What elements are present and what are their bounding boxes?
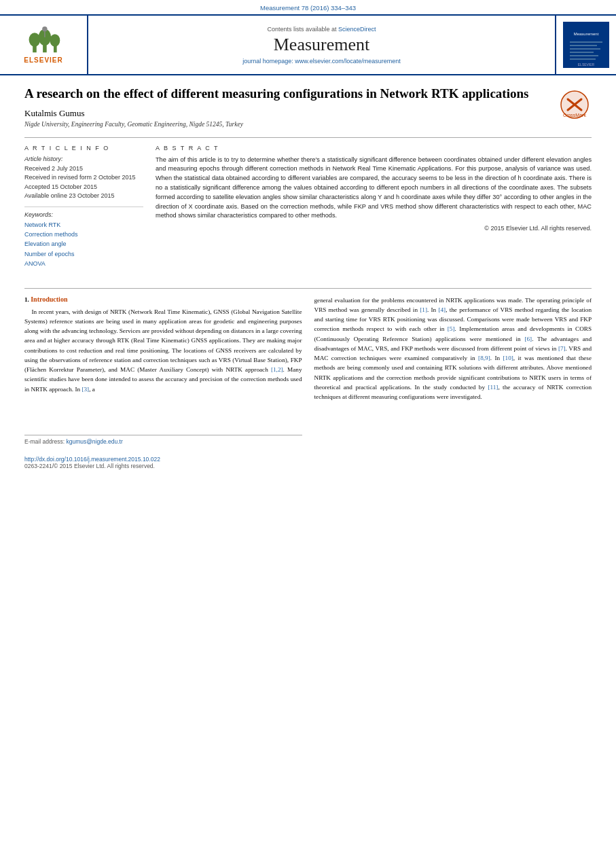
keywords-label: Keywords: bbox=[24, 211, 143, 218]
article-title-row: A research on the effect of different me… bbox=[24, 85, 592, 103]
intro-left-paragraph: In recent years, with design of NRTK (Ne… bbox=[24, 307, 302, 394]
article-info-col: A R T I C L E I N F O Article history: R… bbox=[24, 145, 143, 269]
article-area: A research on the effect of different me… bbox=[0, 75, 616, 279]
svg-point-1 bbox=[29, 33, 40, 47]
abstract-text: The aim of this article is to try to det… bbox=[156, 156, 592, 221]
measurement-mini-logo: Measurement ELSEVIER bbox=[563, 22, 609, 68]
sciencedirect-link[interactable]: ScienceDirect bbox=[338, 26, 376, 33]
affiliation: Nigde University, Engineering Faculty, G… bbox=[24, 121, 592, 128]
sciencedirect-line: Contents lists available at ScienceDirec… bbox=[267, 26, 376, 33]
intro-heading: 1. Introduction bbox=[24, 296, 302, 303]
page-wrapper: Measurement 78 (2016) 334–343 ELSEVIE bbox=[0, 0, 616, 841]
homepage-url[interactable]: www.elsevier.com/locate/measurement bbox=[295, 58, 401, 65]
contents-label: Contents lists available at bbox=[267, 26, 336, 33]
crossmark-icon: CrossMark bbox=[560, 90, 590, 120]
ref-link-r5[interactable]: [5] bbox=[448, 325, 455, 332]
doi-footer: http://dx.doi.org/10.1016/j.measurement.… bbox=[24, 452, 302, 469]
measurement-logo-icon: Measurement ELSEVIER bbox=[563, 22, 609, 68]
available-date: Available online 23 October 2015 bbox=[24, 192, 143, 201]
ref-link-r6[interactable]: [6] bbox=[524, 336, 532, 342]
doi-link[interactable]: http://dx.doi.org/10.1016/j.measurement.… bbox=[24, 456, 302, 463]
svg-text:CrossMark: CrossMark bbox=[563, 113, 586, 118]
main-col-right: general evaluation for the problems enco… bbox=[314, 296, 592, 469]
keyword-elevation-angle[interactable]: Elevation angle bbox=[24, 239, 143, 249]
author-name: Kutalmis Gumus bbox=[24, 108, 592, 119]
copyright-line: © 2015 Elsevier Ltd. All rights reserved… bbox=[156, 225, 592, 232]
ref-link-r8-9[interactable]: [8,9] bbox=[478, 355, 490, 361]
homepage-label: journal homepage: bbox=[242, 58, 293, 65]
ref-link-r10[interactable]: [10] bbox=[503, 355, 513, 361]
ref-link-3[interactable]: [3] bbox=[81, 386, 89, 393]
elsevier-brand-text: ELSEVIER bbox=[24, 56, 62, 64]
article-history-label: Article history: bbox=[24, 156, 143, 162]
accepted-date: Accepted 15 October 2015 bbox=[24, 183, 143, 192]
keyword-anova[interactable]: ANOVA bbox=[24, 259, 143, 268]
elsevier-logo-image: ELSEVIER bbox=[13, 24, 74, 65]
ref-link-r7[interactable]: [7] bbox=[558, 345, 566, 352]
main-col-left: 1. Introduction In recent years, with de… bbox=[24, 296, 302, 469]
keyword-network-rtk[interactable]: Network RTK bbox=[24, 220, 143, 230]
intro-title: Introduction bbox=[31, 296, 67, 303]
revised-date: Received in revised form 2 October 2015 bbox=[24, 173, 143, 183]
ref-link-r4[interactable]: [4] bbox=[438, 306, 446, 313]
received-date: Received 2 July 2015 bbox=[24, 164, 143, 174]
email-label: E-mail address: bbox=[24, 438, 66, 445]
ref-link-1-2[interactable]: [1,2] bbox=[271, 366, 283, 373]
main-content: 1. Introduction In recent years, with de… bbox=[0, 289, 616, 479]
footnote-area: E-mail address: kgumus@nigde.edu.tr bbox=[24, 435, 302, 445]
ref-link-r1[interactable]: [1] bbox=[420, 306, 427, 313]
keywords-divider bbox=[24, 207, 143, 207]
svg-rect-8 bbox=[563, 22, 609, 68]
footnote-email: E-mail address: kgumus@nigde.edu.tr bbox=[24, 438, 302, 445]
journal-title: Measurement bbox=[274, 35, 370, 55]
journal-header: ELSEVIER Contents lists available at Sci… bbox=[0, 14, 616, 75]
abstract-col: A B S T R A C T The aim of this article … bbox=[156, 145, 592, 269]
crossmark-badge[interactable]: CrossMark bbox=[558, 88, 592, 122]
elsevier-logo: ELSEVIER bbox=[0, 16, 88, 74]
svg-point-6 bbox=[42, 26, 47, 31]
intro-right-paragraph: general evaluation for the problems enco… bbox=[314, 296, 592, 402]
elsevier-tree-icon bbox=[25, 26, 62, 54]
svg-text:ELSEVIER: ELSEVIER bbox=[578, 62, 595, 67]
journal-homepage: journal homepage: www.elsevier.com/locat… bbox=[242, 58, 401, 65]
keyword-epochs[interactable]: Number of epochs bbox=[24, 249, 143, 259]
citation-text: Measurement 78 (2016) 334–343 bbox=[260, 4, 356, 12]
ref-link-r11[interactable]: [11] bbox=[488, 384, 498, 391]
intro-number: 1. bbox=[24, 296, 31, 303]
svg-point-5 bbox=[50, 34, 60, 47]
abstract-heading: A B S T R A C T bbox=[156, 145, 592, 151]
article-title: A research on the effect of different me… bbox=[24, 85, 551, 103]
citation-bar: Measurement 78 (2016) 334–343 bbox=[0, 0, 616, 14]
journal-center: Contents lists available at ScienceDirec… bbox=[88, 16, 555, 74]
journal-logo-right: Measurement ELSEVIER bbox=[555, 16, 616, 74]
info-abstract-section: A R T I C L E I N F O Article history: R… bbox=[24, 137, 592, 269]
email-address[interactable]: kgumus@nigde.edu.tr bbox=[66, 438, 122, 445]
keyword-correction-methods[interactable]: Correction methods bbox=[24, 230, 143, 239]
issn-line: 0263-2241/© 2015 Elsevier Ltd. All right… bbox=[24, 463, 302, 469]
svg-text:Measurement: Measurement bbox=[574, 32, 599, 36]
article-info-heading: A R T I C L E I N F O bbox=[24, 145, 143, 151]
